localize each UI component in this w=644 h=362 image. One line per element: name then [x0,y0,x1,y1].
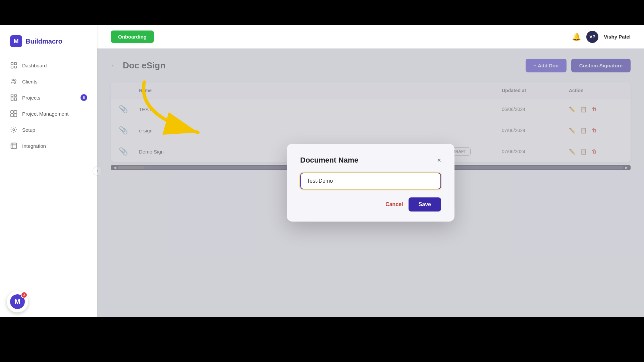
modal-close-button[interactable]: × [437,157,441,164]
logo-area: M Buildmacro [0,32,97,57]
modal-header: Document Name × [300,156,441,165]
annotation-arrow [124,75,252,149]
projects-icon [10,94,17,101]
user-avatar: VP [586,31,598,43]
svg-point-5 [14,80,16,81]
sidebar-label-clients: Clients [22,79,38,84]
sidebar-label-integration: Integration [22,143,46,149]
sidebar-label-setup: Setup [22,127,35,133]
notification-count-badge: 3 [21,292,28,298]
logo-text: Buildmacro [25,38,62,45]
page-content: ← Doc eSign + Add Doc Custom Signature N… [97,49,644,317]
user-name: Vishy Patel [604,34,631,40]
sidebar-item-integration[interactable]: Integration [0,138,97,154]
modal-overlay: Document Name × Cancel Save [97,49,644,317]
sidebar-label-project-management: Project Management [22,111,68,117]
sidebar-item-clients[interactable]: Clients [0,73,97,89]
svg-rect-3 [11,66,13,68]
svg-rect-9 [14,114,17,117]
logo-icon: M [10,35,22,47]
header-right: 🔔 VP Vishy Patel [572,31,631,43]
cancel-button[interactable]: Cancel [385,201,403,207]
svg-rect-2 [14,66,16,68]
setup-icon [10,126,17,133]
main-content: Onboarding 🔔 VP Vishy Patel ← Doc eSign [97,25,644,317]
sidebar-label-projects: Projects [22,95,40,101]
svg-rect-1 [14,63,16,65]
sidebar-item-dashboard[interactable]: Dashboard [0,57,97,73]
svg-rect-0 [11,63,13,65]
dashboard-icon [10,62,17,69]
integration-icon [10,142,17,149]
svg-rect-7 [14,111,17,113]
save-button[interactable]: Save [409,197,441,212]
sidebar-item-project-management[interactable]: Project Management [0,106,97,122]
modal-footer: Cancel Save [300,197,441,212]
clients-icon [10,78,17,85]
sidebar-label-dashboard: Dashboard [22,63,47,68]
svg-rect-8 [11,114,13,117]
app-header: Onboarding 🔔 VP Vishy Patel [97,25,644,49]
svg-point-10 [13,129,15,131]
sidebar: M Buildmacro Dashboard Clients [0,25,97,317]
projects-badge: 6 [80,94,87,101]
header-left: Onboarding [111,31,154,43]
bottom-notification[interactable]: M 3 [7,291,28,312]
sidebar-item-setup[interactable]: Setup [0,122,97,138]
modal-title: Document Name [300,156,359,165]
sidebar-item-projects[interactable]: Projects 6 [0,89,97,106]
notification-bell-icon[interactable]: 🔔 [572,33,581,41]
onboarding-button[interactable]: Onboarding [111,31,154,43]
svg-rect-6 [11,111,13,113]
svg-point-4 [12,79,14,81]
document-name-input[interactable] [300,173,441,189]
management-icon [10,110,17,117]
document-name-modal: Document Name × Cancel Save [287,144,454,222]
